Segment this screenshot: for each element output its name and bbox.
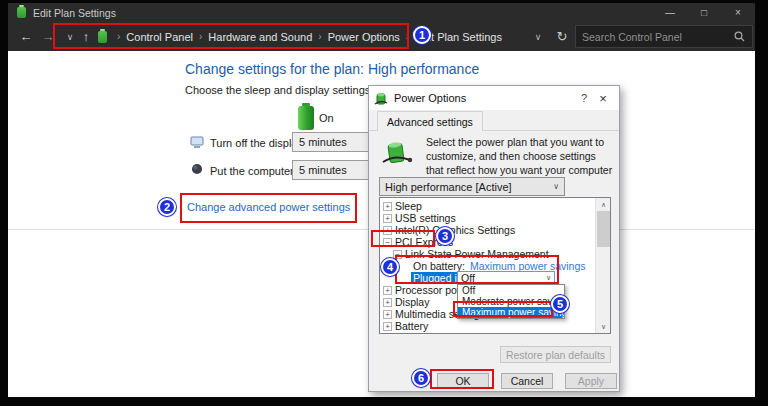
power-plan-value: High performance [Active]: [385, 181, 512, 193]
power-plan-icon: [381, 138, 413, 168]
step-badge-2: 2: [158, 198, 176, 216]
tree-item-pci-express[interactable]: − PCI Express: [380, 236, 594, 248]
sleep-icon: [190, 163, 204, 175]
tree-item-label: Battery: [395, 320, 428, 332]
tree-item-battery[interactable]: + Battery: [380, 320, 594, 332]
dialog-close-icon[interactable]: ×: [589, 86, 617, 110]
search-input[interactable]: [576, 31, 734, 43]
breadcrumb: › Control Panel › Hardware and Sound › P…: [111, 22, 502, 51]
up-button[interactable]: ↑: [76, 22, 96, 51]
step-badge-4: 4: [381, 258, 399, 276]
navigation-toolbar: ← → ∨ ↑ › Control Panel › Hardware and S…: [8, 22, 755, 51]
turn-off-display-value: 5 minutes: [299, 136, 347, 148]
chevron-right-icon: ›: [318, 31, 321, 42]
chevron-right-icon: ›: [406, 31, 409, 42]
expand-icon[interactable]: +: [383, 214, 392, 223]
page-title: Change settings for the plan: High perfo…: [185, 61, 479, 77]
put-computer-to-sleep-select[interactable]: 5 minutes: [292, 160, 378, 180]
power-options-dialog: Power Options ? × Advanced settings Sele…: [368, 85, 620, 392]
refresh-icon[interactable]: ↻: [552, 22, 572, 51]
tree-scrollbar[interactable]: ∧ ∨: [595, 198, 610, 333]
collapse-icon[interactable]: −: [393, 250, 402, 259]
expand-icon[interactable]: +: [383, 226, 392, 235]
scrollbar-thumb[interactable]: [597, 211, 610, 247]
on-battery-column-header: On: [319, 112, 334, 124]
step-badge-1: 1: [413, 26, 431, 44]
ok-button[interactable]: OK: [437, 373, 489, 389]
option-maximum-power-savings[interactable]: Maximum power savings: [458, 307, 564, 318]
window-title: Edit Plan Settings: [33, 7, 116, 19]
close-button[interactable]: ×: [721, 3, 755, 22]
apply-button[interactable]: Apply: [565, 373, 617, 389]
expand-icon[interactable]: +: [383, 298, 392, 307]
breadcrumb-control-panel[interactable]: Control Panel: [126, 31, 193, 43]
app-battery-icon: [17, 7, 26, 18]
tree-item-sleep[interactable]: + Sleep: [380, 200, 594, 212]
chevron-right-icon: ›: [199, 31, 202, 42]
chevron-right-icon: ›: [117, 31, 120, 42]
tree-item-label: Sleep: [395, 200, 422, 212]
display-icon: [190, 136, 204, 148]
expand-icon[interactable]: +: [383, 322, 392, 331]
title-bar: Edit Plan Settings — □ ×: [8, 3, 755, 22]
screenshot-frame: Edit Plan Settings — □ × ← → ∨ ↑ › Contr…: [0, 0, 768, 406]
power-plan-select[interactable]: High performance [Active] ∨: [379, 177, 565, 196]
breadcrumb-hardware-and-sound[interactable]: Hardware and Sound: [208, 31, 312, 43]
expand-icon[interactable]: +: [383, 286, 392, 295]
step-badge-3: 3: [436, 227, 454, 245]
chevron-down-icon: ∨: [553, 182, 559, 191]
step-badge-5: 5: [551, 295, 569, 313]
scroll-up-icon[interactable]: ∧: [596, 198, 611, 211]
breadcrumb-power-options[interactable]: Power Options: [328, 31, 400, 43]
tree-item-label: USB settings: [395, 212, 456, 224]
forward-button[interactable]: →: [38, 22, 58, 51]
tree-item-intel-graphics[interactable]: + Intel(R) Graphics Settings: [380, 224, 594, 236]
search-icon: [734, 31, 745, 42]
expand-icon[interactable]: +: [383, 310, 392, 319]
tab-advanced-settings[interactable]: Advanced settings: [377, 111, 483, 131]
maximize-button[interactable]: □: [687, 3, 721, 22]
scroll-down-icon[interactable]: ∨: [596, 320, 611, 333]
search-box: [575, 25, 753, 48]
dialog-title: Power Options: [394, 92, 466, 104]
breadcrumb-battery-icon: [98, 31, 107, 43]
tree-item-plugged-in[interactable]: Plugged in: Off ∨: [380, 272, 594, 284]
put-computer-to-sleep-value: 5 minutes: [299, 164, 347, 176]
address-dropdown-icon[interactable]: ∨: [528, 22, 548, 51]
tree-item-usb-settings[interactable]: + USB settings: [380, 212, 594, 224]
tree-item-label: Display: [395, 296, 429, 308]
plugged-in-select[interactable]: Off ∨: [457, 271, 555, 284]
expand-icon[interactable]: +: [383, 202, 392, 211]
collapse-icon[interactable]: −: [383, 238, 392, 247]
option-off[interactable]: Off: [458, 285, 564, 296]
power-options-icon: [374, 91, 389, 106]
dialog-title-bar: Power Options ? ×: [369, 86, 619, 110]
on-battery-icon: [298, 106, 314, 130]
back-button[interactable]: ←: [16, 22, 36, 51]
plugged-in-value: Off: [461, 272, 475, 284]
tree-item-label: Link State Power Management: [405, 248, 549, 260]
plugged-in-dropdown-list: Off Moderate power savings Maximum power…: [457, 284, 565, 319]
tree-item-link-state-power-management[interactable]: − Link State Power Management: [380, 248, 594, 260]
cancel-button[interactable]: Cancel: [501, 373, 553, 389]
minimize-button[interactable]: —: [653, 3, 687, 22]
restore-plan-defaults-button[interactable]: Restore plan defaults: [500, 346, 611, 363]
chevron-down-icon: ∨: [546, 272, 551, 284]
step-badge-6: 6: [412, 369, 430, 387]
change-advanced-power-settings-link[interactable]: Change advanced power settings: [187, 201, 350, 213]
option-moderate-power-savings[interactable]: Moderate power savings: [458, 296, 564, 307]
turn-off-display-select[interactable]: 5 minutes: [292, 132, 378, 152]
tree-item-label: Intel(R) Graphics Settings: [395, 224, 515, 236]
